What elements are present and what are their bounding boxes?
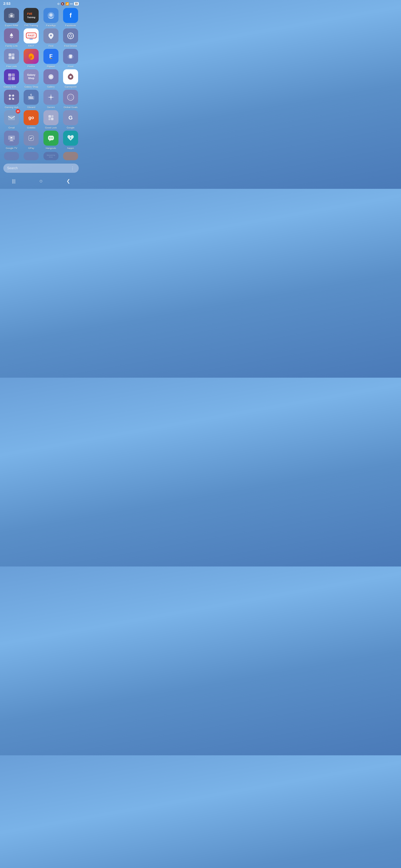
app-label-flipkart: Flipkart	[47, 65, 55, 68]
icon-fine-lock	[7, 52, 16, 61]
app-label-firefox: Firefox	[28, 65, 35, 68]
svg-rect-36	[32, 97, 33, 97]
app-hangouts[interactable]: Hangouts	[42, 131, 60, 149]
svg-point-20	[69, 55, 71, 57]
app-gamepoint[interactable]: Gamepoint	[62, 69, 80, 88]
app-label-gboard: Gboard	[27, 106, 35, 108]
svg-rect-23	[8, 77, 11, 80]
svg-point-40	[69, 96, 72, 99]
recent-apps-button[interactable]: |||	[8, 177, 20, 185]
svg-rect-49	[48, 135, 54, 140]
search-bar[interactable]: Search ⋮	[3, 163, 79, 173]
app-gpay[interactable]: GPay	[22, 131, 40, 149]
search-menu-icon[interactable]: ⋮	[70, 166, 75, 171]
icon-gaming-hub	[7, 93, 16, 102]
app-google-tv[interactable]: Google TV	[2, 131, 21, 149]
search-bar-container: Search ⋮	[0, 162, 82, 175]
svg-point-32	[12, 98, 14, 100]
app-goibibo[interactable]: goGoibibo	[22, 110, 40, 129]
app-family-link[interactable]: Family Link	[2, 28, 21, 47]
svg-point-1	[10, 14, 13, 17]
list-item[interactable]: Secured byKnox	[42, 152, 60, 160]
app-global-goals[interactable]: Global Goals	[62, 90, 80, 108]
app-label-google-tv: Google TV	[6, 147, 17, 149]
app-fine-lock[interactable]: Fine Lock	[2, 49, 21, 68]
app-label-expert-raw: Expert RAW	[5, 24, 18, 27]
app-icon-family-link	[4, 28, 19, 43]
svg-rect-2	[10, 13, 13, 14]
app-icon-gallery	[44, 69, 58, 84]
app-icon-facebook: f	[63, 8, 78, 23]
app-facebook[interactable]: fFacebook	[62, 8, 80, 27]
app-find[interactable]: Find	[42, 28, 60, 47]
svg-rect-44	[49, 118, 51, 120]
app-icon-firefox	[24, 49, 39, 64]
app-galaxy-enhance[interactable]: Galaxy Enhanc...	[2, 69, 21, 88]
app-firefox[interactable]: Firefox	[22, 49, 40, 68]
app-icon-gamepoint	[63, 69, 78, 84]
svg-rect-45	[51, 118, 54, 120]
app-icon-global-goals	[63, 90, 78, 105]
app-faceapp[interactable]: FaceApp	[42, 8, 60, 27]
svg-rect-42	[49, 115, 51, 118]
app-expert-raw[interactable]: Expert RAW	[2, 8, 21, 27]
dnd-icon: ⊖	[57, 2, 60, 5]
app-icon-galaxy-shop: GalaxyShop	[24, 69, 39, 84]
svg-rect-47	[10, 140, 13, 141]
svg-point-6	[68, 33, 74, 39]
svg-rect-21	[8, 73, 11, 76]
icon-faceapp	[46, 11, 56, 20]
app-label-find: Find	[49, 45, 53, 47]
app-icon-gmail: 20	[4, 110, 19, 125]
app-google[interactable]: GGoogle	[62, 110, 80, 129]
icon-global-goals	[66, 93, 75, 102]
app-happn[interactable]: happn	[62, 131, 80, 149]
app-good-lock[interactable]: Good Lock	[42, 110, 60, 129]
app-icon-hangouts	[44, 131, 58, 146]
app-label-fast: FAST	[28, 45, 34, 47]
icon-firefox	[27, 52, 36, 61]
icon-gemini	[46, 93, 56, 102]
svg-point-31	[9, 98, 11, 100]
icon-find	[46, 31, 56, 40]
app-label-good-lock: Good Lock	[45, 126, 57, 129]
app-gemini[interactable]: Gemini	[42, 90, 60, 108]
icon-hangouts	[46, 133, 56, 143]
app-label-global-goals: Global Goals	[64, 106, 78, 108]
app-fast[interactable]: FASTFAST	[22, 28, 40, 47]
app-f45-training[interactable]: F45TrainingF45 Training	[22, 8, 40, 27]
app-gboard[interactable]: GGboard	[22, 90, 40, 108]
list-item[interactable]	[22, 152, 40, 160]
icon-gallery	[46, 72, 56, 82]
icon-gpay	[27, 133, 36, 143]
app-icon-fast: FAST	[24, 28, 39, 43]
app-icon-gemini	[44, 90, 58, 105]
icon-family-link	[7, 31, 16, 40]
app-gallery[interactable]: Gallery	[42, 69, 60, 88]
svg-rect-35	[30, 97, 31, 97]
svg-rect-37	[29, 98, 33, 99]
mute-icon: 🔇	[61, 2, 64, 5]
app-icon-expert-raw	[4, 8, 19, 23]
app-gmail[interactable]: 20Gmail	[2, 110, 21, 129]
list-item[interactable]	[62, 152, 80, 160]
app-find-device[interactable]: Find Device	[62, 28, 80, 47]
home-button[interactable]: ○	[35, 177, 47, 185]
list-item[interactable]	[2, 152, 21, 160]
app-food[interactable]: Food	[62, 49, 80, 68]
app-label-gmail: Gmail	[8, 126, 15, 129]
app-label-gallery: Gallery	[47, 86, 55, 88]
status-bar: 2:53 ⊖ 🔇 📶 ▪▪▪ 33	[0, 0, 82, 7]
app-label-fine-lock: Fine Lock	[6, 65, 17, 68]
search-placeholder: Search	[7, 166, 69, 170]
svg-rect-15	[11, 56, 15, 59]
app-label-galaxy-shop: Galaxy Shop	[24, 86, 38, 88]
app-flipkart[interactable]: FFlipkart	[42, 49, 60, 68]
back-button[interactable]: ❮	[62, 177, 74, 185]
app-galaxy-shop[interactable]: GalaxyShopGalaxy Shop	[22, 69, 40, 88]
icon-google-tv	[7, 133, 16, 143]
app-label-gemini: Gemini	[47, 106, 55, 108]
icon-f45-training: F45Training	[27, 11, 36, 20]
app-label-happn: happn	[67, 147, 74, 149]
app-gaming-hub[interactable]: Gaming Hub	[2, 90, 21, 108]
